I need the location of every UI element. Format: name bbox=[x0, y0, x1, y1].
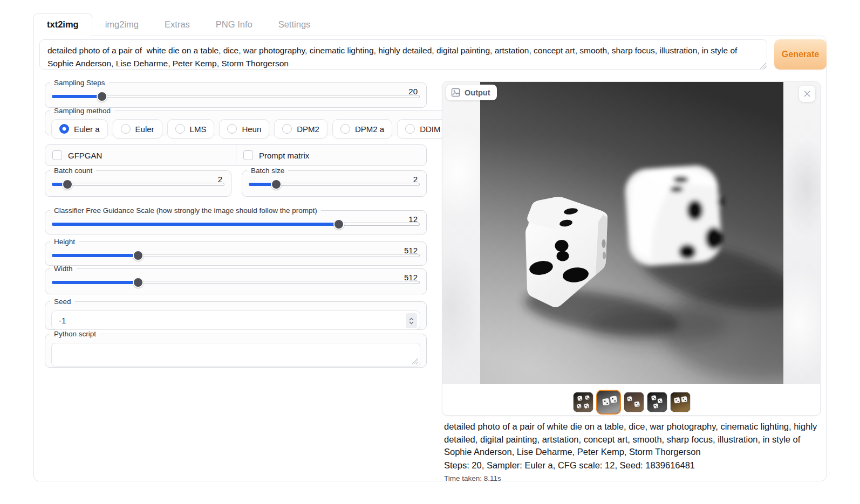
sampler-option-label: Heun bbox=[242, 125, 261, 134]
close-icon bbox=[803, 90, 811, 98]
sampler-option-dpm2-a[interactable]: DPM2 a bbox=[332, 119, 392, 139]
slider-thumb[interactable] bbox=[133, 250, 144, 261]
slider-thumb[interactable] bbox=[333, 219, 344, 230]
sampling-steps-slider[interactable] bbox=[52, 91, 420, 102]
textarea-resize-handle[interactable] bbox=[759, 62, 766, 69]
python-script-group: Python script bbox=[45, 330, 427, 368]
batch-count-slider[interactable] bbox=[52, 179, 224, 190]
sampler-option-ddim[interactable]: DDIM bbox=[397, 119, 448, 139]
caption-prompt: detailed photo of a pair of white die on… bbox=[444, 420, 822, 459]
cfg-scale-group: Classifier Free Guidance Scale (how stro… bbox=[45, 206, 427, 234]
radio-icon bbox=[340, 124, 350, 134]
batch-count-label: Batch count bbox=[50, 167, 96, 175]
slider-thumb[interactable] bbox=[271, 179, 282, 190]
batch-size-slider[interactable] bbox=[249, 179, 420, 190]
generate-button[interactable]: Generate bbox=[774, 39, 827, 70]
thumbnail-2[interactable] bbox=[596, 390, 621, 415]
seed-value: -1 bbox=[52, 316, 66, 325]
gfpgan-checkbox[interactable] bbox=[52, 150, 62, 160]
sampler-option-euler[interactable]: Euler bbox=[113, 119, 162, 139]
image-icon bbox=[451, 88, 460, 97]
settings-column: Sampling Steps 20 Sampling method Euler … bbox=[45, 79, 427, 408]
python-script-input[interactable] bbox=[51, 343, 420, 367]
prompt-input[interactable]: detailed photo of a pair of white die on… bbox=[39, 39, 767, 70]
sampler-option-label: DDIM bbox=[420, 125, 440, 134]
close-output-button[interactable] bbox=[799, 86, 815, 102]
sampler-option-dpm2[interactable]: DPM2 bbox=[274, 119, 327, 139]
radio-icon bbox=[405, 124, 415, 134]
die-right bbox=[624, 164, 724, 267]
tab-settings[interactable]: Settings bbox=[265, 14, 324, 36]
radio-icon bbox=[175, 124, 185, 134]
radio-icon bbox=[227, 124, 237, 134]
gfpgan-option[interactable]: GFPGAN bbox=[45, 145, 236, 165]
radio-icon bbox=[121, 124, 131, 134]
tab-txt2img[interactable]: txt2img bbox=[33, 13, 92, 37]
python-script-label: Python script bbox=[50, 330, 100, 338]
sampler-option-label: Euler a bbox=[74, 125, 100, 134]
radio-icon bbox=[282, 124, 292, 134]
width-group: Width 512 bbox=[45, 265, 427, 294]
batch-size-label: Batch size bbox=[247, 167, 288, 175]
textarea-resize-handle[interactable] bbox=[411, 357, 418, 364]
gallery-blur-left bbox=[442, 82, 480, 384]
chevron-down-icon bbox=[409, 321, 414, 325]
caption-time-taken: Time taken: 8.11s bbox=[444, 473, 822, 484]
width-slider[interactable] bbox=[52, 277, 420, 288]
cfg-scale-label: Classifier Free Guidance Scale (how stro… bbox=[50, 206, 321, 215]
seed-stepper[interactable] bbox=[406, 313, 417, 328]
slider-thumb[interactable] bbox=[62, 179, 73, 190]
toggles-panel: GFPGAN Prompt matrix bbox=[45, 144, 427, 166]
cfg-scale-slider[interactable] bbox=[52, 219, 420, 230]
generated-image[interactable] bbox=[480, 82, 783, 384]
batch-count-group: Batch count 2 bbox=[45, 167, 231, 197]
output-column: Output detailed photo of a pair of white… bbox=[442, 81, 821, 416]
width-label: Width bbox=[50, 265, 77, 273]
sampler-option-euler-a[interactable]: Euler a bbox=[51, 119, 108, 139]
thumbnail-1[interactable] bbox=[573, 392, 593, 412]
app-root: txt2img img2img Extras PNG Info Settings… bbox=[0, 0, 860, 504]
gallery-thumbnails bbox=[442, 390, 821, 415]
sampler-option-label: Euler bbox=[135, 125, 154, 134]
sampling-method-label: Sampling method bbox=[50, 107, 114, 115]
radio-icon bbox=[59, 124, 69, 134]
seed-input[interactable]: -1 bbox=[51, 310, 420, 330]
sampler-option-heun[interactable]: Heun bbox=[219, 119, 269, 139]
sampler-option-label: LMS bbox=[190, 125, 207, 134]
output-panel-label: Output bbox=[446, 85, 497, 100]
output-gallery: Output bbox=[442, 81, 821, 416]
height-group: Height 512 bbox=[45, 238, 427, 266]
sampling-steps-group: Sampling Steps 20 bbox=[45, 79, 427, 108]
thumbnail-3[interactable] bbox=[624, 392, 644, 412]
sampler-option-label: DPM2 bbox=[297, 125, 319, 134]
prompt-matrix-label: Prompt matrix bbox=[259, 151, 309, 160]
height-label: Height bbox=[50, 238, 79, 246]
thumbnail-5[interactable] bbox=[670, 392, 691, 412]
sampling-steps-label: Sampling Steps bbox=[50, 79, 109, 87]
caption-params: Steps: 20, Sampler: Euler a, CFG scale: … bbox=[444, 459, 822, 472]
slider-thumb[interactable] bbox=[133, 277, 144, 288]
gfpgan-label: GFPGAN bbox=[68, 151, 102, 160]
seed-group: Seed -1 bbox=[45, 298, 427, 330]
sampler-option-label: DPM2 a bbox=[355, 125, 384, 134]
slider-thumb[interactable] bbox=[97, 91, 107, 102]
generation-info: detailed photo of a pair of white die on… bbox=[444, 420, 822, 484]
chevron-up-icon bbox=[409, 317, 414, 321]
seed-label: Seed bbox=[50, 298, 75, 306]
tab-img2img[interactable]: img2img bbox=[92, 14, 152, 36]
tab-extras[interactable]: Extras bbox=[152, 14, 203, 36]
gallery-blur-right bbox=[783, 82, 821, 384]
height-slider[interactable] bbox=[52, 250, 420, 261]
prompt-matrix-option[interactable]: Prompt matrix bbox=[236, 145, 309, 165]
batch-size-group: Batch size 2 bbox=[242, 167, 427, 197]
txt2img-panel: detailed photo of a pair of white die on… bbox=[33, 36, 827, 481]
prompt-matrix-checkbox[interactable] bbox=[243, 150, 253, 160]
tab-bar: txt2img img2img Extras PNG Info Settings bbox=[33, 13, 323, 36]
thumbnail-4[interactable] bbox=[647, 392, 667, 412]
sampler-option-lms[interactable]: LMS bbox=[167, 119, 215, 139]
output-panel-label-text: Output bbox=[465, 88, 490, 97]
tab-png-info[interactable]: PNG Info bbox=[203, 14, 265, 36]
